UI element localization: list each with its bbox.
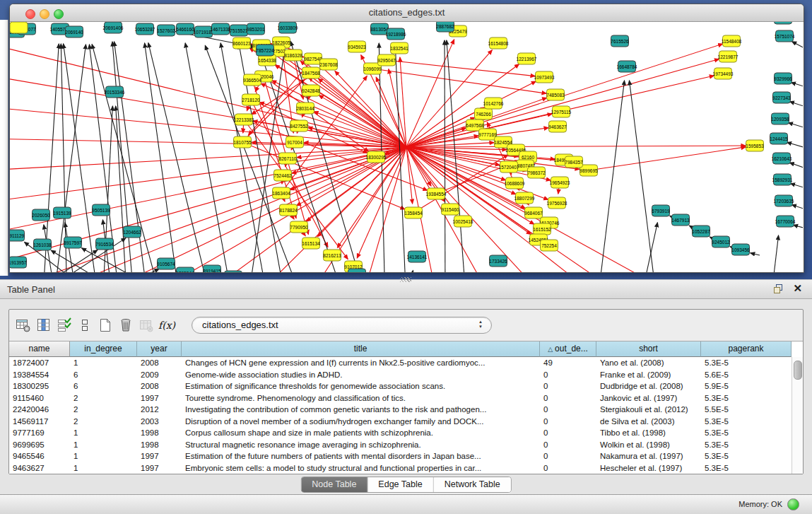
graph-node-label: 1822605 bbox=[272, 40, 290, 45]
graph-node-label: 1615134 bbox=[302, 241, 320, 246]
table-cell: 6 bbox=[70, 369, 137, 381]
graph-node[interactable] bbox=[225, 271, 242, 272]
column-header-in_degree[interactable]: in_degree bbox=[70, 341, 137, 357]
table-row[interactable]: 946362711997Embryonic stem cells: a mode… bbox=[9, 462, 792, 474]
table-cell: 5.3E-5 bbox=[701, 416, 792, 428]
graph-node-label: 1265044 bbox=[176, 271, 194, 273]
create-table-icon[interactable] bbox=[97, 316, 114, 334]
table-body: 1872400712008Changes of HCN gene express… bbox=[9, 357, 792, 474]
panel-resize-grip[interactable] bbox=[400, 277, 411, 282]
graph-node-label: 12975115 bbox=[551, 110, 572, 115]
table-type-tabs: Node TableEdge TableNetwork Table bbox=[300, 477, 511, 493]
graph-node-label: 10688609 bbox=[505, 181, 525, 186]
table-row[interactable]: 2242004622012Investigating the contribut… bbox=[9, 404, 792, 416]
graph-node-label: 2803144 bbox=[296, 106, 314, 111]
column-header-pagerank[interactable]: pagerank bbox=[701, 341, 792, 357]
column-header-title[interactable]: title bbox=[182, 341, 540, 357]
table-cell: 9463627 bbox=[9, 462, 70, 474]
graph-node-label: 1915139 bbox=[53, 211, 71, 216]
table-header-row: namein_degreeyeartitle△out_de...shortpag… bbox=[9, 341, 803, 357]
network-canvas[interactable]: 8660123891295518226051827503818632898275… bbox=[10, 22, 804, 272]
vertical-scrollbar[interactable] bbox=[792, 357, 803, 474]
graph-node-label: 7984357 bbox=[565, 160, 583, 165]
float-panel-icon[interactable] bbox=[772, 284, 784, 295]
graph-node-label: 7485083 bbox=[546, 93, 565, 98]
table-cell: 14569117 bbox=[9, 416, 70, 428]
import-table-disabled-icon bbox=[138, 316, 155, 334]
tab-network-table[interactable]: Network Table bbox=[434, 477, 511, 492]
table-cell: 1997 bbox=[137, 450, 182, 462]
graph-node-label: 752254 bbox=[541, 243, 557, 248]
graph-node-label: 9505139 bbox=[92, 208, 110, 213]
network-window-titlebar[interactable]: citations_edges.txt bbox=[10, 4, 804, 22]
table-cell: 2009 bbox=[137, 369, 182, 381]
graph-node-label: 17203635 bbox=[774, 199, 794, 204]
graph-node-label: 16154808 bbox=[488, 41, 509, 46]
graph-node-label: 8813054 bbox=[370, 27, 389, 32]
tab-edge-table[interactable]: Edge Table bbox=[367, 477, 433, 492]
column-header-name[interactable]: name bbox=[9, 341, 70, 357]
delete-table-icon[interactable] bbox=[117, 316, 134, 334]
table-cell: 6 bbox=[70, 380, 137, 392]
table-row[interactable]: 1830029562008Estimation of significance … bbox=[9, 380, 792, 392]
column-header-year[interactable]: year bbox=[137, 341, 182, 357]
table-cell: 2 bbox=[70, 404, 137, 416]
table-row[interactable]: 969969511998Structural magnetic resonanc… bbox=[9, 439, 792, 451]
graph-node-label: 1904958 bbox=[348, 272, 366, 273]
graph-node-label: 9366504 bbox=[243, 78, 261, 83]
table-cell: 9777169 bbox=[9, 427, 70, 439]
table-cell: 1998 bbox=[137, 439, 182, 451]
graph-node-label: 7916534 bbox=[95, 242, 114, 247]
table-cell: 5.3E-5 bbox=[701, 427, 792, 439]
table-cell: 5.3E-5 bbox=[701, 392, 792, 404]
table-row[interactable]: 911546021997Tourette syndrome. Phenomeno… bbox=[9, 392, 792, 404]
table-cell: 5.3E-5 bbox=[701, 439, 792, 451]
column-header-short[interactable]: short bbox=[596, 341, 701, 357]
graph-node-label: 9105674 bbox=[157, 262, 175, 267]
table-cell: 0 bbox=[540, 380, 596, 392]
table-cell: Jankovic et al. (1997) bbox=[596, 392, 701, 404]
network-window[interactable]: citations_edges.txt 86601238912955182260… bbox=[9, 4, 804, 273]
table-cell: Corpus callosum shape and size in male p… bbox=[182, 427, 540, 439]
graph-hub-node[interactable] bbox=[10, 22, 28, 33]
graph-node-label: 19218986 bbox=[386, 32, 406, 37]
table-cell: de Silva et al. (2003) bbox=[596, 416, 701, 428]
select-columns-icon[interactable] bbox=[56, 316, 73, 334]
table-row[interactable]: 946554611997Estimation of the future num… bbox=[9, 450, 792, 462]
graph-node-label: 8186328 bbox=[284, 53, 302, 58]
close-panel-icon[interactable]: ✕ bbox=[793, 282, 802, 295]
table-options-icon[interactable] bbox=[15, 316, 32, 334]
tab-node-table[interactable]: Node Table bbox=[301, 477, 367, 492]
memory-status-label: Memory: OK bbox=[739, 500, 782, 508]
column-chooser-icon[interactable] bbox=[35, 316, 52, 334]
table-toolbar: f(x) citations_edges.txt ▲▼ bbox=[9, 310, 803, 341]
table-row[interactable]: 1872400712008Changes of HCN gene express… bbox=[9, 357, 792, 369]
graph-node-label: 7515521 bbox=[230, 28, 248, 33]
table-row[interactable]: 977716911998Corpus callosum shape and si… bbox=[9, 427, 792, 439]
graph-node-label: 1358454 bbox=[404, 211, 423, 216]
table-cell: 1 bbox=[70, 357, 137, 369]
table-row[interactable]: 1938455462009Genome-wide association stu… bbox=[9, 369, 792, 381]
table-cell: 2003 bbox=[137, 416, 182, 428]
graph-node-label: 7857224 bbox=[256, 48, 274, 53]
column-header-out_de[interactable]: △out_de... bbox=[540, 341, 596, 357]
graph-node-label: 12213383 bbox=[234, 117, 254, 122]
table-row[interactable]: 1456911722003Disruption of a novel membe… bbox=[9, 416, 792, 428]
table-cell: Embryonic stem cells: a model to study s… bbox=[182, 462, 540, 474]
graph-node-label: 9463627 bbox=[548, 124, 567, 129]
table-cell: 9115460 bbox=[9, 392, 70, 404]
memory-status-indicator[interactable] bbox=[787, 498, 799, 510]
graph-node-label: 18724007 bbox=[10, 22, 20, 23]
graph-node-label: 1096099 bbox=[363, 66, 382, 71]
graph-node[interactable] bbox=[775, 22, 792, 24]
table-cell: 0 bbox=[540, 427, 596, 439]
graph-node-label: 917004 bbox=[287, 140, 302, 145]
table-cell: Wolkin et al. (1998) bbox=[596, 439, 701, 451]
table-cell: 0 bbox=[540, 416, 596, 428]
function-builder-icon[interactable]: f(x) bbox=[158, 316, 175, 334]
scrollbar-thumb[interactable] bbox=[794, 361, 802, 380]
row-height-icon[interactable] bbox=[76, 316, 93, 334]
table-select-dropdown[interactable]: citations_edges.txt ▲▼ bbox=[192, 317, 492, 334]
graph-node-label: 1913957 bbox=[10, 260, 27, 265]
graph-node-label: 16210643 bbox=[772, 156, 792, 161]
